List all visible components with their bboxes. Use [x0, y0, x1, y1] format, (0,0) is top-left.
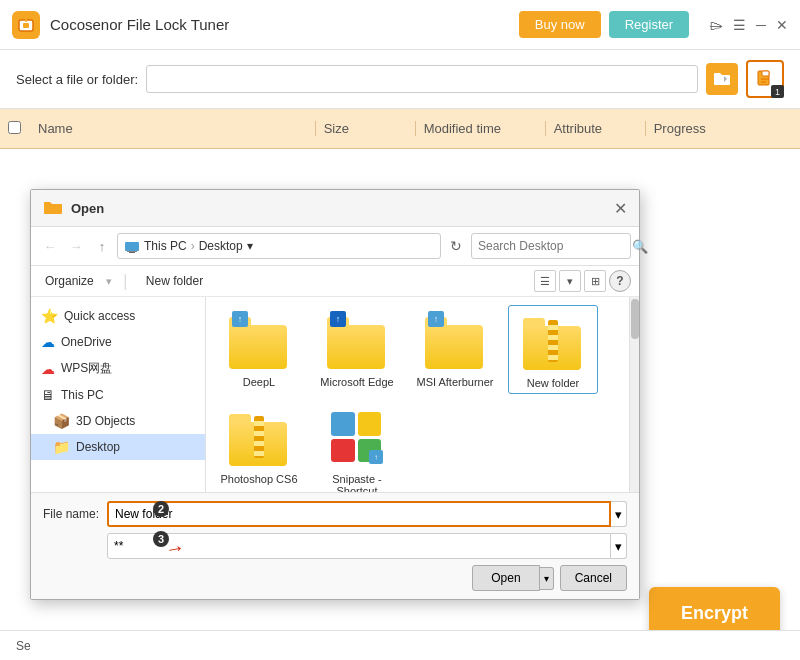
view-list-button[interactable]: ☰ [534, 270, 556, 292]
breadcrumb: This PC › Desktop ▾ [117, 233, 441, 259]
dialog-bottom: File name: ▾ File name: ▾ Open [31, 492, 639, 599]
file-name: MSI Afterburner [416, 376, 493, 388]
filename-dropdown-button[interactable]: ▾ [611, 501, 627, 527]
sidebar-item-quick-access[interactable]: ⭐ Quick access [31, 303, 205, 329]
organize-dropdown-icon[interactable]: ▾ [106, 275, 112, 288]
dialog-close-icon[interactable]: ✕ [614, 199, 627, 218]
col-attribute: Attribute [545, 121, 645, 136]
col-modified: Modified time [415, 121, 545, 136]
sidebar-item-3dobjects[interactable]: 📦 3D Objects [31, 408, 205, 434]
deepl-arrow-badge: ↑ [232, 311, 248, 327]
view-controls: ☰ ▾ ⊞ ? [534, 270, 631, 292]
cancel-button[interactable]: Cancel [560, 565, 627, 591]
view-details-button[interactable]: ⊞ [584, 270, 606, 292]
nav-up-button[interactable]: ↑ [91, 235, 113, 257]
snipaste-icon: ↑ [325, 406, 389, 470]
svg-rect-4 [125, 242, 139, 251]
filetype-dropdown-button[interactable]: ▾ [611, 533, 627, 559]
file-browser: ⭐ Quick access ☁ OneDrive ☁ WPS网盘 🖥 This… [31, 297, 639, 492]
col-name: Name [38, 121, 315, 136]
open-arrow-icon: → [163, 535, 187, 561]
quick-access-icon: ⭐ [41, 308, 58, 324]
nav-forward-button[interactable]: → [65, 235, 87, 257]
this-pc-icon [124, 239, 140, 253]
filename-input-wrap: ▾ [107, 501, 627, 527]
file-item-edge[interactable]: ↑ Microsoft Edge [312, 305, 402, 394]
file-name: New folder [527, 377, 580, 389]
app-title: Cocosenor File Lock Tuner [50, 16, 519, 33]
search-bar: 🔍 [471, 233, 631, 259]
msi-icon: ↑ [423, 309, 487, 373]
menu-icon[interactable]: ☰ [733, 17, 746, 33]
close-icon[interactable]: ✕ [776, 17, 788, 33]
file-item-msi[interactable]: ↑ MSI Afterburner [410, 305, 500, 394]
wps-icon: ☁ [41, 361, 55, 377]
register-button[interactable]: Register [609, 11, 689, 38]
view-dropdown-button[interactable]: ▾ [559, 270, 581, 292]
onedrive-icon: ☁ [41, 334, 55, 350]
file-name: DeepL [243, 376, 275, 388]
sidebar-item-label: Desktop [76, 440, 120, 454]
breadcrumb-dropdown-button[interactable]: ▾ [247, 239, 253, 253]
minimize-icon[interactable]: ─ [756, 17, 766, 33]
content-area: Open ✕ ← → ↑ This PC › Desktop ▾ [0, 149, 800, 660]
select-all-checkbox[interactable] [8, 121, 21, 134]
breadcrumb-root: This PC [144, 239, 187, 253]
new-folder-button[interactable]: New folder [140, 271, 209, 291]
new-folder-icon [521, 310, 585, 374]
window-controls: ⌲ ☰ ─ ✕ [709, 17, 788, 33]
search-input[interactable] [478, 239, 628, 253]
breadcrumb-separator: › [191, 239, 195, 253]
edge-icon: ↑ [325, 309, 389, 373]
select-path-input[interactable] [146, 65, 698, 93]
organize-button[interactable]: Organize [39, 271, 100, 291]
breadcrumb-current: Desktop [199, 239, 243, 253]
sidebar-item-desktop[interactable]: 📁 Desktop [31, 434, 205, 460]
sidebar-item-label: Quick access [64, 309, 135, 323]
select-folder-button[interactable] [706, 63, 738, 95]
file-item-snipaste[interactable]: ↑ Snipaste - Shortcut [312, 402, 402, 492]
open-dropdown-button[interactable]: ▾ [540, 567, 554, 590]
filetype-row: File name: ▾ [43, 533, 627, 559]
files-panel: ↑ DeepL [206, 297, 629, 492]
sidebar-panel: ⭐ Quick access ☁ OneDrive ☁ WPS网盘 🖥 This… [31, 297, 206, 492]
sidebar-item-wps[interactable]: ☁ WPS网盘 [31, 355, 205, 382]
titlebar-buttons: Buy now Register ⌲ ☰ ─ ✕ [519, 11, 788, 38]
action-row: Open ▾ Cancel [43, 565, 627, 591]
open-dialog: Open ✕ ← → ↑ This PC › Desktop ▾ [30, 189, 640, 600]
sidebar-item-thispc[interactable]: 🖥 This PC [31, 382, 205, 408]
checkbox-header[interactable] [8, 120, 38, 138]
annotation-1: 1 [771, 85, 784, 98]
photoshop-icon [227, 406, 291, 470]
open-button-wrap: Open ▾ [472, 565, 553, 591]
filename-input[interactable] [107, 501, 611, 527]
file-item-deepl[interactable]: ↑ DeepL [214, 305, 304, 394]
open-button[interactable]: Open [472, 565, 539, 591]
app-icon [12, 11, 40, 39]
annotation-2: 2 [153, 501, 169, 517]
share-icon[interactable]: ⌲ [709, 17, 723, 33]
buy-now-button[interactable]: Buy now [519, 11, 601, 38]
this-pc-icon: 🖥 [41, 387, 55, 403]
refresh-button[interactable]: ↻ [445, 235, 467, 257]
file-item-photoshop[interactable]: Photoshop CS6 [214, 402, 304, 492]
desktop-icon: 📁 [53, 439, 70, 455]
sidebar-item-label: This PC [61, 388, 104, 402]
col-size: Size [315, 121, 415, 136]
sidebar-item-label: OneDrive [61, 335, 112, 349]
deepl-icon: ↑ [227, 309, 291, 373]
select-file-button[interactable]: 1 [746, 60, 784, 98]
status-text: Se [16, 639, 31, 653]
file-item-new-folder[interactable]: New folder [508, 305, 598, 394]
nav-back-button[interactable]: ← [39, 235, 61, 257]
status-bar: Se [0, 630, 800, 660]
dialog-titlebar: Open ✕ [31, 190, 639, 227]
search-icon: 🔍 [632, 239, 648, 254]
sidebar-item-onedrive[interactable]: ☁ OneDrive [31, 329, 205, 355]
svg-rect-3 [762, 71, 769, 76]
help-button[interactable]: ? [609, 270, 631, 292]
scroll-thumb[interactable] [631, 299, 639, 339]
toolbar-separator: │ [122, 274, 130, 289]
dialog-title: Open [71, 201, 614, 216]
files-scrollbar[interactable] [629, 297, 639, 492]
